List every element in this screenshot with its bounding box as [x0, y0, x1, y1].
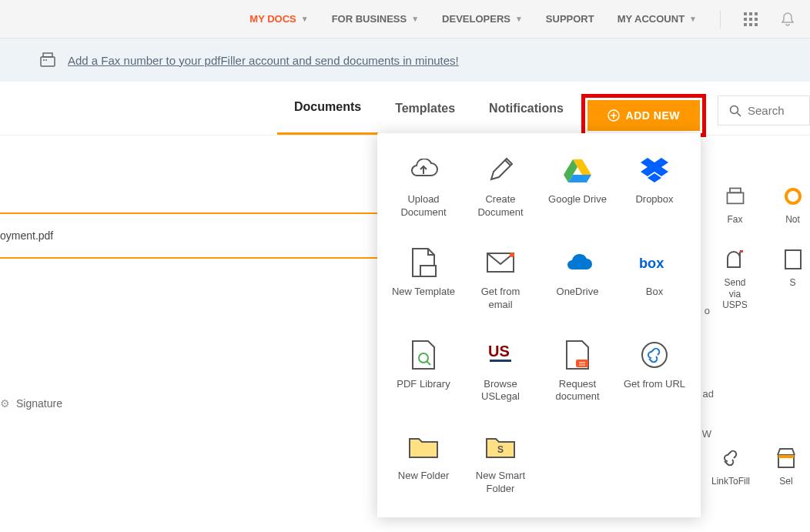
search-box[interactable]: [718, 95, 810, 125]
svg-text:US: US: [488, 343, 510, 360]
svg-rect-9: [41, 57, 55, 66]
dd-create-document[interactable]: Create Document: [462, 149, 539, 226]
side-misc[interactable]: S: [775, 248, 810, 310]
link-icon: [719, 447, 742, 470]
tab-templates[interactable]: Templates: [378, 83, 472, 134]
dd-new-smart-folder[interactable]: S New Smart Folder: [462, 425, 539, 502]
svg-text:box: box: [639, 256, 664, 271]
dd-label: Dropbox: [635, 193, 673, 206]
svg-rect-8: [755, 23, 758, 26]
svg-rect-21: [490, 360, 511, 362]
tabs-row: Documents Templates Notifications ADD NE…: [0, 82, 810, 136]
search-input[interactable]: [748, 104, 802, 117]
dd-pdf-library[interactable]: PDF Library: [385, 333, 462, 410]
nav-for-business[interactable]: FOR BUSINESS ▼: [332, 13, 419, 25]
svg-rect-5: [755, 18, 758, 21]
fax-icon: [724, 185, 747, 208]
dd-label: Request document: [545, 378, 610, 404]
dd-onedrive[interactable]: OneDrive: [539, 241, 616, 318]
store-icon: [775, 447, 798, 470]
add-new-highlight-box: ADD NEW: [581, 94, 706, 137]
top-navigation: MY DOCS ▼ FOR BUSINESS ▼ DEVELOPERS ▼ SU…: [0, 0, 810, 38]
signature-label: Signature: [16, 397, 62, 410]
tab-documents[interactable]: Documents: [277, 82, 378, 135]
fax-banner-link[interactable]: Add a Fax number to your pdfFiller accou…: [68, 54, 459, 67]
dd-box[interactable]: box Box: [616, 241, 693, 318]
dd-label: Google Drive: [548, 193, 607, 206]
partial-text: o: [705, 305, 710, 316]
dd-request-document[interactable]: Request document: [539, 333, 616, 410]
plus-circle-icon: [608, 109, 620, 122]
document-row[interactable]: oyment.pdf: [0, 212, 377, 259]
nav-support[interactable]: SUPPORT: [546, 13, 594, 25]
side-send-usps[interactable]: Send via USPS: [718, 248, 752, 310]
signature-row[interactable]: ⚙ Signature: [0, 397, 62, 410]
svg-point-23: [642, 343, 667, 367]
email-icon: [485, 247, 516, 278]
side-linktofill[interactable]: LinkToFill: [711, 447, 750, 498]
nav-label: MY ACCOUNT: [618, 13, 684, 25]
add-new-dropdown: Upload Document Create Document Google D…: [377, 133, 701, 517]
dd-label: Upload Document: [391, 193, 456, 219]
nav-my-docs[interactable]: MY DOCS ▼: [249, 13, 308, 25]
dd-new-template[interactable]: New Template: [385, 241, 462, 318]
svg-point-11: [43, 59, 45, 61]
svg-rect-25: [727, 192, 743, 203]
badge-icon: [782, 185, 805, 208]
dd-dropbox[interactable]: Dropbox: [616, 149, 693, 226]
svg-rect-6: [744, 23, 747, 26]
side-label: Not: [785, 214, 800, 225]
dd-new-folder[interactable]: New Folder: [385, 425, 462, 502]
google-drive-icon: [562, 155, 593, 186]
nav-my-account[interactable]: MY ACCOUNT ▼: [618, 13, 697, 25]
add-new-button[interactable]: ADD NEW: [587, 100, 700, 131]
svg-rect-22: [576, 360, 588, 367]
dd-browse-uslegal[interactable]: US Browse USLegal: [462, 333, 539, 410]
svg-rect-36: [778, 455, 794, 458]
nav-label: MY DOCS: [249, 13, 296, 25]
search-icon: [729, 105, 741, 117]
svg-point-14: [731, 105, 738, 113]
dd-get-from-url[interactable]: Get from URL: [616, 333, 693, 410]
chevron-down-icon: ▼: [515, 15, 523, 23]
svg-rect-2: [755, 12, 758, 15]
dd-google-drive[interactable]: Google Drive: [539, 149, 616, 226]
svg-rect-26: [730, 189, 741, 193]
svg-point-12: [45, 59, 47, 61]
nav-developers[interactable]: DEVELOPERS ▼: [442, 13, 523, 25]
chevron-down-icon: ▼: [689, 15, 697, 23]
separator: [720, 10, 721, 28]
fax-banner: Add a Fax number to your pdfFiller accou…: [0, 38, 810, 82]
bell-icon[interactable]: [781, 12, 795, 27]
add-new-label: ADD NEW: [626, 109, 680, 122]
tab-notifications[interactable]: Notifications: [472, 83, 581, 134]
side-actions-panel: Fax Not Send via USPS S: [718, 185, 810, 334]
side-sell[interactable]: Sel: [767, 447, 805, 498]
dropbox-icon: [639, 155, 670, 186]
smart-folder-icon: S: [485, 431, 516, 462]
nav-label: SUPPORT: [546, 13, 594, 25]
svg-rect-7: [749, 23, 752, 26]
dd-label: Box: [646, 286, 663, 299]
svg-point-28: [788, 191, 798, 202]
svg-rect-3: [744, 18, 747, 21]
template-icon: [408, 247, 439, 278]
dd-label: New Smart Folder: [468, 470, 533, 496]
side-fax[interactable]: Fax: [718, 185, 752, 225]
apps-grid-icon[interactable]: [744, 12, 758, 26]
dd-get-from-email[interactable]: Get from email: [462, 241, 539, 318]
box-icon: box: [639, 247, 670, 278]
svg-text:S: S: [497, 444, 504, 455]
request-doc-icon: [562, 340, 593, 370]
dd-label: Browse USLegal: [468, 378, 533, 404]
side-label: Fax: [727, 214, 742, 225]
svg-rect-29: [740, 250, 743, 253]
dd-label: Get from URL: [624, 378, 685, 391]
link-icon: [639, 340, 670, 370]
side-label: Sel: [779, 476, 792, 487]
svg-rect-10: [43, 53, 52, 57]
svg-rect-1: [749, 12, 752, 15]
side-label: Send via USPS: [718, 277, 752, 310]
dd-upload-document[interactable]: Upload Document: [385, 149, 462, 226]
side-notarize[interactable]: Not: [775, 185, 810, 225]
